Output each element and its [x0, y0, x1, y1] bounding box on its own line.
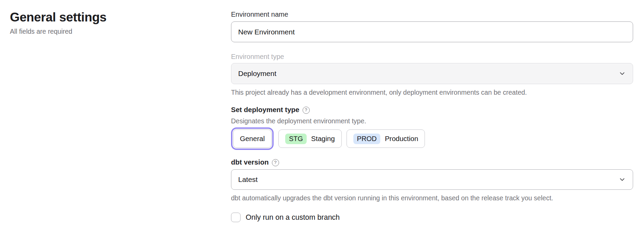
environment-name-input[interactable] [231, 21, 633, 42]
deployment-type-staging-label: Staging [311, 135, 335, 143]
production-badge: PROD [353, 134, 381, 144]
deployment-type-heading: Set deployment type [231, 106, 300, 114]
deployment-type-options: General STG Staging PROD Production [231, 129, 633, 148]
environment-type-select: Deployment [231, 63, 633, 84]
environment-type-label: Environment type [231, 53, 633, 60]
page-title: General settings [10, 10, 201, 25]
page-subtitle: All fields are required [10, 28, 201, 35]
settings-header: General settings All fields are required [10, 10, 201, 35]
environment-type-helper: This project already has a development e… [231, 89, 633, 96]
custom-branch-label[interactable]: Only run on a custom branch [246, 213, 340, 222]
deployment-type-staging-button[interactable]: STG Staging [278, 129, 342, 148]
deployment-type-production-label: Production [385, 135, 418, 143]
environment-settings-form: Environment name Environment type Deploy… [231, 0, 633, 223]
environment-type-value: Deployment [238, 70, 276, 78]
deployment-type-production-button[interactable]: PROD Production [347, 129, 425, 148]
dbt-version-select[interactable]: Latest [231, 169, 633, 190]
staging-badge: STG [285, 134, 307, 144]
deployment-type-description: Designates the deployment environment ty… [231, 117, 633, 125]
deployment-type-general-label: General [240, 135, 265, 143]
environment-name-label: Environment name [231, 11, 633, 18]
dbt-version-helper: dbt automatically upgrades the dbt versi… [231, 194, 633, 202]
chevron-down-icon [618, 70, 626, 77]
help-icon[interactable]: ? [303, 107, 310, 114]
help-icon[interactable]: ? [272, 159, 279, 166]
dbt-version-value: Latest [238, 175, 258, 184]
custom-branch-row: Only run on a custom branch [231, 212, 633, 223]
deployment-type-general-button[interactable]: General [233, 129, 272, 148]
dbt-version-heading: dbt version [231, 158, 269, 166]
custom-branch-checkbox[interactable] [231, 213, 241, 222]
chevron-down-icon [618, 176, 626, 183]
